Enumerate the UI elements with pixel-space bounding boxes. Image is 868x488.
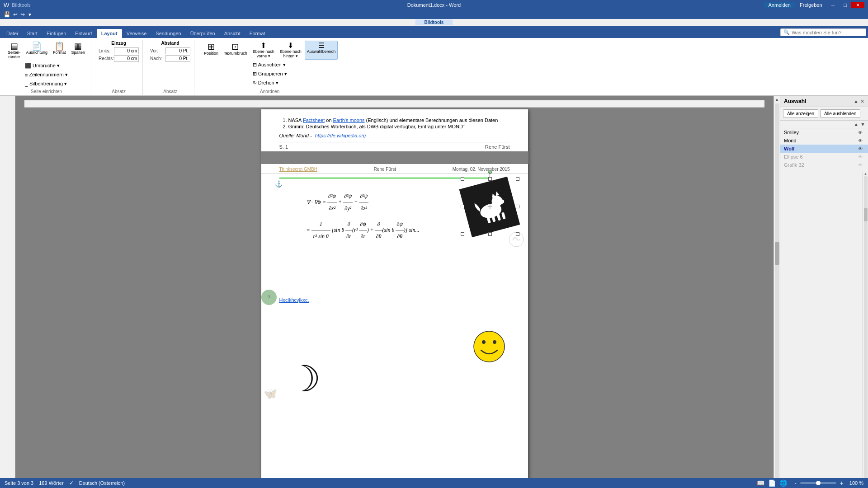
handle-mr[interactable]	[516, 205, 519, 208]
right-panel-scrollbar[interactable]: ▲ ▼	[863, 172, 868, 488]
textumbruch-btn[interactable]: ⊡ Textumbruch	[222, 41, 250, 60]
silbentrennung-label: Silbentrennung ▾	[29, 81, 67, 87]
tab-layout[interactable]: Layout	[97, 29, 122, 38]
umbrueche-btn[interactable]: ⬛ Umbrüche ▾	[23, 61, 70, 70]
anchor-icon: ⚓	[275, 180, 283, 188]
rp-scroll-thumb[interactable]	[864, 208, 868, 221]
scroll-track[interactable]	[775, 103, 779, 488]
smiley-svg	[473, 330, 505, 363]
sel-item-smiley[interactable]: Smiley 👁	[780, 128, 868, 136]
tab-uberpruefen[interactable]: Überprüfen	[186, 29, 220, 38]
web-layout-btn[interactable]: 🌐	[779, 479, 787, 487]
undo-icon[interactable]: ↩	[13, 11, 18, 18]
close-btn[interactable]: ✕	[851, 2, 864, 8]
save-icon[interactable]: 💾	[4, 11, 10, 18]
rechts-input[interactable]	[114, 55, 139, 62]
spell-check-icon[interactable]: ✓	[69, 480, 74, 486]
tab-entwurf[interactable]: Entwurf	[71, 29, 96, 38]
ebene-vorne-btn[interactable]: ⬆ Ebene nachvorne ▾	[250, 41, 277, 60]
ausrichtung-btn[interactable]: 📄 Ausrichtung	[24, 41, 50, 61]
format-btn[interactable]: 📋 Format	[51, 41, 68, 61]
sel-item-smiley-eye[interactable]: 👁	[858, 130, 863, 135]
gruppieren-btn[interactable]: ⊞ Gruppieren ▾	[250, 70, 289, 78]
nach-input[interactable]	[165, 55, 190, 62]
print-layout-btn[interactable]: 📄	[768, 479, 776, 487]
nach-label: Nach:	[150, 56, 164, 61]
vertical-scrollbar[interactable]: ▲ ▼	[774, 96, 780, 488]
pane-close-icon[interactable]: ✕	[860, 99, 864, 104]
seiten-raender-btn[interactable]: ▤ Seiten- ränder	[5, 41, 23, 61]
left-ruler	[0, 96, 15, 488]
moon-symbol[interactable]: ☽	[288, 358, 321, 400]
comment-text: Hxcikhcvjkxc.	[279, 297, 309, 303]
einzug-pos-group: Links: Rechts:	[99, 47, 139, 62]
pane-expand-icon[interactable]: ▲	[854, 99, 859, 104]
spalten-btn[interactable]: ▦ Spalten	[69, 41, 88, 61]
tab-verweise[interactable]: Verweise	[122, 29, 151, 38]
handle-tr[interactable]	[516, 177, 519, 181]
tab-start[interactable]: Start	[23, 29, 42, 38]
rp-scroll-up[interactable]: ▲	[864, 172, 868, 176]
tab-sendungen[interactable]: Sendungen	[151, 29, 185, 38]
sel-item-ellipse-eye[interactable]: 👁	[858, 155, 863, 160]
sel-item-grafik-eye[interactable]: 👁	[858, 163, 863, 168]
title-bar: W Bildtools Dokument1.docx - Word Anmeld…	[0, 0, 868, 10]
tab-einfuegen[interactable]: Einfügen	[42, 29, 71, 38]
scroll-up-btn[interactable]: ▲	[774, 96, 780, 103]
vor-input[interactable]	[165, 47, 190, 54]
sel-item-mond[interactable]: Mond 👁	[780, 136, 868, 145]
tab-ansicht[interactable]: Ansicht	[220, 29, 245, 38]
hide-all-btn[interactable]: Alle ausblenden	[820, 109, 860, 118]
ebene-hinten-btn[interactable]: ⬇ Ebene nachhinten ▾	[278, 41, 304, 60]
gruppieren-label: Gruppieren ▾	[258, 71, 287, 77]
sel-item-ellipse[interactable]: Ellipse 6 👁	[780, 153, 868, 161]
maximize-btn[interactable]: □	[839, 2, 851, 8]
position-btn[interactable]: ⊞ Position	[202, 41, 221, 60]
wolf-svg	[466, 183, 513, 230]
auswahlbereich-btn[interactable]: ☰ Auswahlbereich	[305, 41, 338, 60]
ribbon-group-anordnen: ⊞ Position ⊡ Textumbruch ⬆ Ebene nachvor…	[198, 40, 341, 95]
zeilennummern-btn[interactable]: ≡ Zeilennummern ▾	[23, 70, 70, 79]
ref-link-1[interactable]: Factsheet	[303, 117, 325, 123]
umbrueche-icon: ⬛	[25, 63, 31, 69]
drehen-icon: ↻	[253, 80, 257, 86]
ref-link-2[interactable]: Earth's moons	[333, 117, 365, 123]
selection-line	[279, 178, 488, 178]
sel-item-wolf[interactable]: Wolf 👁	[780, 145, 868, 153]
drehen-btn[interactable]: ↻ Drehen ▾	[250, 79, 289, 87]
minimize-btn[interactable]: ─	[827, 2, 840, 8]
anordnen-group-label: Anordnen	[260, 88, 279, 94]
handle-tm[interactable]	[488, 177, 492, 181]
language[interactable]: Deutsch (Österreich)	[79, 480, 125, 486]
smiley-image[interactable]	[473, 330, 505, 364]
zoom-slider[interactable]	[800, 482, 836, 484]
sel-item-mond-eye[interactable]: 👁	[858, 138, 863, 143]
silbentrennung-btn[interactable]: ⎯ Silbentrennung ▾	[23, 80, 70, 88]
links-input[interactable]	[114, 47, 139, 54]
zoom-thumb[interactable]	[816, 481, 821, 485]
sel-item-wolf-eye[interactable]: 👁	[858, 146, 863, 151]
search-input[interactable]	[792, 30, 859, 35]
tab-datei[interactable]: Datei	[2, 29, 23, 38]
document-title: Dokument1.docx - Word	[407, 2, 461, 8]
sel-item-grafik[interactable]: Grafik 32 👁	[780, 161, 868, 169]
selection-list: Smiley 👁 Mond 👁 Wolf 👁 Ellipse 6 👁 Grafi…	[780, 128, 868, 488]
list-scroll-up[interactable]: ▲	[854, 122, 859, 127]
handle-br[interactable]	[516, 232, 519, 236]
anmelden-btn[interactable]: Anmelden	[764, 2, 795, 8]
ausrichten-btn[interactable]: ⊟ Ausrichten ▾	[250, 61, 289, 69]
scroll-thumb[interactable]	[775, 242, 779, 265]
rp-scroll-track[interactable]	[864, 176, 868, 488]
source-url[interactable]: https://de.wikipedia.org	[315, 133, 366, 138]
tab-format[interactable]: Format	[245, 29, 270, 38]
ribbon-group-einzug: Einzug Links: Rechts: Absatz	[95, 40, 143, 95]
list-scroll-down[interactable]: ▼	[860, 122, 865, 127]
zoom-out-btn[interactable]: -	[794, 479, 797, 487]
customize-icon[interactable]: ▼	[28, 12, 32, 17]
freigeben-btn[interactable]: Freigeben	[795, 2, 827, 8]
sel-item-grafik-label: Grafik 32	[784, 162, 858, 168]
read-mode-btn[interactable]: 📖	[757, 479, 764, 487]
show-all-btn[interactable]: Alle anzeigen	[783, 109, 818, 118]
redo-icon[interactable]: ↪	[20, 11, 25, 18]
zoom-in-btn[interactable]: +	[840, 479, 844, 487]
